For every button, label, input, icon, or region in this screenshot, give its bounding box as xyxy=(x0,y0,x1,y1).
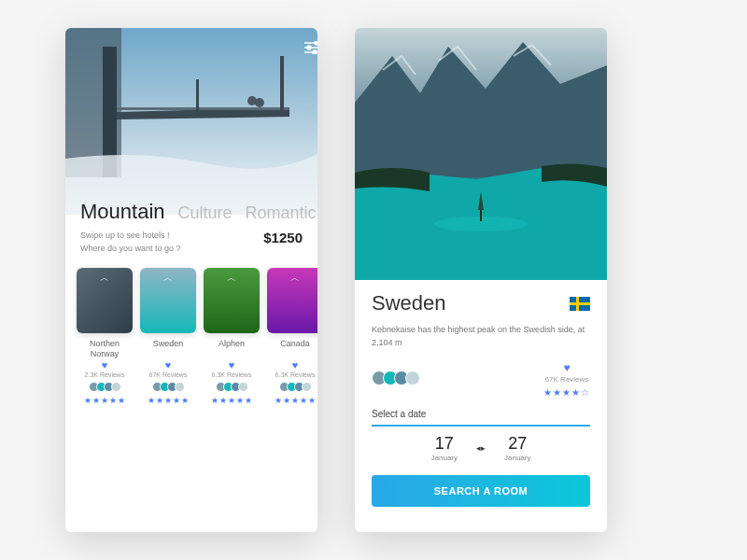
card-avatars xyxy=(140,382,196,392)
destination-card[interactable]: ︿Sweden♥67K Reviews★★★★★ xyxy=(140,268,196,405)
destination-hero xyxy=(355,28,607,280)
card-stars: ★★★★★ xyxy=(267,396,317,405)
card-stars: ★★★★★ xyxy=(77,396,133,405)
select-date-label: Select a date xyxy=(372,409,590,419)
date-to-day: 27 xyxy=(504,434,530,454)
date-to-month: January xyxy=(504,454,530,462)
sweden-flag-icon xyxy=(570,297,590,311)
detail-screen: Sweden Kebnekaise has the highest peak o… xyxy=(355,28,607,532)
price-value: $1250 xyxy=(263,230,303,245)
heart-icon[interactable]: ♥ xyxy=(267,359,317,371)
category-tabs: MountainCultureRomantic xyxy=(65,200,317,224)
svg-rect-2 xyxy=(117,107,289,110)
chevron-up-icon: ︿ xyxy=(163,272,173,285)
visitor-avatars xyxy=(372,371,420,385)
svg-point-8 xyxy=(315,41,317,45)
destination-card[interactable]: ︿Northen Norway♥2.3K Reviews★★★★★ xyxy=(77,268,133,405)
heart-icon[interactable]: ♥ xyxy=(77,359,133,371)
chevron-up-icon: ︿ xyxy=(100,272,109,285)
rating-stars: ★★★★☆ xyxy=(543,387,590,398)
review-count: 67K Reviews xyxy=(543,375,590,384)
card-name: Alphen xyxy=(204,339,260,357)
destination-cards[interactable]: ︿Northen Norway♥2.3K Reviews★★★★★︿Sweden… xyxy=(65,255,317,418)
card-avatars xyxy=(267,382,317,392)
destination-title: Sweden xyxy=(372,291,446,315)
tab-mountain[interactable]: Mountain xyxy=(80,200,165,224)
card-reviews: 2.3K Reviews xyxy=(77,371,133,378)
destination-description: Kebnekaise has the highest peak on the S… xyxy=(372,323,590,350)
destination-card[interactable]: ︿Canada♥6.3K Reviews★★★★★ xyxy=(267,268,317,405)
card-stars: ★★★★★ xyxy=(140,396,196,405)
card-name: Sweden xyxy=(140,339,196,357)
svg-point-6 xyxy=(255,98,264,107)
chevron-up-icon: ︿ xyxy=(290,272,300,285)
tab-romantic[interactable]: Romantic xyxy=(246,203,317,223)
svg-rect-3 xyxy=(280,56,284,112)
card-name: Canada xyxy=(267,339,317,357)
card-stars: ★★★★★ xyxy=(204,396,260,405)
date-from-month: January xyxy=(431,454,458,462)
date-to[interactable]: 27 January xyxy=(504,434,530,462)
heart-icon[interactable]: ♥ xyxy=(543,361,590,374)
hint-text: Swipe up to see hotels ! Where do you wa… xyxy=(80,230,181,255)
tab-culture[interactable]: Culture xyxy=(178,203,233,223)
date-range-picker[interactable]: 17 January ◂▸ 27 January xyxy=(372,425,590,462)
swap-icon[interactable]: ◂▸ xyxy=(476,443,486,453)
chevron-up-icon: ︿ xyxy=(227,272,236,285)
date-from-day: 17 xyxy=(431,434,458,454)
date-from[interactable]: 17 January xyxy=(431,434,458,462)
card-name: Northen Norway xyxy=(77,339,133,357)
browse-screen: MountainCultureRomantic Swipe up to see … xyxy=(65,28,317,532)
heart-icon[interactable]: ♥ xyxy=(204,359,260,371)
svg-rect-14 xyxy=(480,210,482,221)
search-room-button[interactable]: SEARCH A ROOM xyxy=(372,475,590,507)
card-reviews: 6.3K Reviews xyxy=(204,371,260,378)
card-avatars xyxy=(204,382,260,392)
destination-card[interactable]: ︿Alphen♥6.3K Reviews★★★★★ xyxy=(204,268,260,405)
card-avatars xyxy=(77,382,133,392)
svg-point-12 xyxy=(313,50,317,54)
svg-point-10 xyxy=(307,46,311,49)
heart-icon[interactable]: ♥ xyxy=(140,359,196,371)
card-reviews: 6.3K Reviews xyxy=(267,371,317,378)
card-reviews: 67K Reviews xyxy=(140,371,196,378)
svg-rect-4 xyxy=(196,79,199,112)
hero-image xyxy=(65,28,317,215)
